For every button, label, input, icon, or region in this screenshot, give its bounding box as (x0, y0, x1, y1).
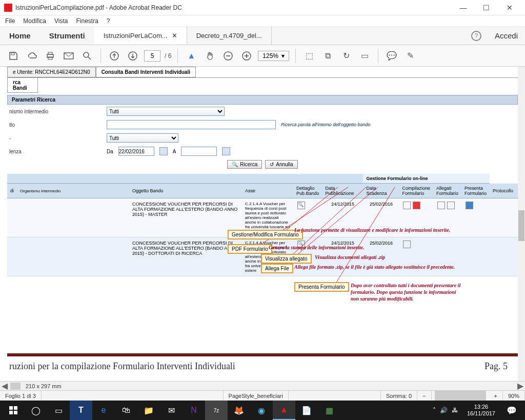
callout-allega: Allega File (261, 264, 293, 273)
start-button[interactable] (2, 401, 25, 420)
taskbar-thunderbird[interactable]: ✉ (160, 401, 183, 420)
cloud-icon[interactable] (25, 49, 39, 63)
save-icon[interactable] (6, 49, 21, 63)
accedi-button[interactable]: Accedi (488, 31, 525, 40)
calendar-icon[interactable] (159, 147, 168, 155)
taskbar-acrobat[interactable]: ▲ (273, 401, 295, 420)
taskbar-firefox[interactable]: 🦊 (228, 401, 250, 420)
window-title: IstruzioniPerLaCompilazione.pdf - Adobe … (15, 4, 452, 11)
menu-vista[interactable]: Vista (54, 17, 68, 25)
menu-file[interactable]: File (5, 17, 15, 25)
rotate-icon[interactable]: ↻ (339, 49, 353, 63)
taskbar-7z[interactable]: 7z (205, 401, 228, 420)
svg-rect-15 (9, 406, 13, 410)
tab-document-active[interactable]: IstruzioniPerLaCom... ✕ (94, 27, 187, 45)
fit-width-icon[interactable]: ⬚ (302, 49, 316, 63)
notifications-icon[interactable]: 💬 (500, 401, 523, 420)
zoom-in-icon[interactable] (239, 49, 254, 63)
ricerca-button[interactable]: 🔍 Ricerca (227, 160, 262, 169)
tab-home[interactable]: Home (0, 27, 40, 45)
window-titlebar: IstruzioniPerLaCompilazione.pdf - Adobe … (0, 0, 525, 15)
menu-modifica[interactable]: Modifica (23, 17, 46, 25)
menu-finestra[interactable]: Finestra (76, 17, 98, 25)
page-down-icon[interactable] (126, 49, 140, 63)
label-organismo: nismo intermedio (9, 109, 102, 114)
horizontal-scrollbar[interactable]: ◀ 210 x 297 mm ▶ (0, 381, 525, 390)
print-icon[interactable] (43, 49, 57, 63)
taskbar-clock[interactable]: 13:26 16/11/2017 (462, 404, 500, 417)
zoom-slider[interactable] (435, 391, 486, 401)
taskbar: ◯ ▭ T e 🛍 📁 ✉ N 7z 🦊 ◉ ▲ 📄 ▦ ˄ 🔊 🖧 13:26… (0, 401, 525, 420)
attach-file-icon[interactable] (447, 202, 455, 209)
svg-rect-17 (9, 411, 13, 414)
comment-icon[interactable]: 💬 (385, 49, 399, 63)
search-icon[interactable] (80, 49, 94, 63)
input-data-da[interactable] (118, 147, 154, 156)
tray-chevron-icon[interactable]: ˄ (433, 407, 436, 414)
zoom-percent: 90% (503, 391, 525, 401)
taskbar-onenote[interactable]: N (183, 401, 205, 420)
input-oggetto[interactable] (107, 120, 276, 129)
minimize-button[interactable]: — (452, 1, 475, 15)
tab-strumenti[interactable]: Strumenti (40, 27, 94, 45)
panel-parametri: Parametri Ricerca (7, 95, 518, 105)
vertical-scrollbar[interactable] (518, 67, 525, 381)
maximize-button[interactable]: ☐ (475, 1, 498, 15)
svg-rect-0 (11, 53, 14, 55)
page-number-input[interactable] (144, 50, 160, 62)
status-bar: Foglio 1 di 3 PageStyle_beneficiari Somm… (0, 390, 525, 401)
pointer-icon[interactable]: ▲ (184, 49, 198, 63)
status-sheet: Foglio 1 di 3 (0, 391, 42, 401)
close-button[interactable]: ✕ (498, 1, 521, 15)
page-up-icon[interactable] (107, 49, 122, 63)
system-tray[interactable]: ˄ 🔊 🖧 (429, 407, 462, 414)
zoom-out[interactable]: − (417, 391, 431, 401)
detail-icon[interactable]: 🔍 (297, 202, 305, 209)
app-icon (4, 4, 12, 12)
view-attach-icon[interactable] (437, 202, 445, 209)
callout-pdf: PDF Formulario (228, 244, 272, 254)
callout-gestione: Gestione/Modifica Formulario (228, 230, 303, 239)
fit-page-icon[interactable]: ⧉ (320, 49, 335, 63)
tray-network-icon[interactable]: 🖧 (452, 407, 458, 414)
help-icon[interactable]: ? (471, 31, 481, 41)
reading-mode-icon[interactable]: ▭ (357, 49, 372, 63)
pdf-icon[interactable] (413, 202, 420, 209)
svg-rect-16 (14, 406, 17, 410)
taskbar-chrome[interactable]: ◉ (250, 401, 273, 420)
label-oggetto: tto (9, 122, 102, 128)
page-dimensions: 210 x 297 mm (21, 383, 67, 389)
taskbar-writer[interactable]: 📄 (295, 401, 318, 420)
tab-bar: Home Strumenti IstruzioniPerLaCom... ✕ D… (0, 27, 525, 45)
taskbar-calc[interactable]: ▦ (318, 401, 340, 420)
submit-form-icon[interactable] (466, 202, 473, 209)
calendar-icon-2[interactable] (222, 147, 230, 155)
mail-icon[interactable] (62, 49, 76, 63)
tray-volume-icon[interactable]: 🔊 (440, 407, 448, 414)
sub-tab-bandi: rca Bandi (7, 78, 38, 93)
hand-icon[interactable] (203, 49, 217, 63)
zoom-in[interactable]: + (489, 391, 503, 401)
edit-form-icon[interactable] (403, 202, 411, 209)
select-organismo[interactable]: Tutti (107, 107, 225, 116)
edit-form-icon[interactable] (403, 241, 411, 248)
zoom-select[interactable]: 125%▾ (258, 51, 289, 61)
annulla-button[interactable]: ↺ Annulla (265, 160, 297, 169)
taskbar-edge[interactable]: e (92, 401, 115, 420)
zoom-out-icon[interactable] (221, 49, 235, 63)
taskview-icon[interactable]: ▭ (47, 401, 70, 420)
sign-icon[interactable]: ✎ (403, 49, 417, 63)
menu-bar: File Modifica Vista Finestra ? (0, 15, 525, 27)
select-asse[interactable]: Tutti (107, 133, 178, 143)
taskbar-explorer[interactable]: 📁 (137, 401, 160, 420)
close-tab-icon[interactable]: ✕ (172, 32, 177, 39)
label-scadenza: lenza (9, 149, 102, 154)
taskbar-app-t[interactable]: T (70, 401, 92, 420)
taskbar-store[interactable]: 🛍 (115, 401, 137, 420)
footer-title: ruzioni per la compilazione Formulario I… (9, 361, 235, 372)
page-total: / 6 (165, 52, 171, 59)
cortana-icon[interactable]: ◯ (25, 401, 47, 420)
menu-help[interactable]: ? (107, 17, 110, 25)
input-data-a[interactable] (181, 147, 217, 156)
tab-document-2[interactable]: Decreto_n.4709_del... (187, 27, 272, 45)
